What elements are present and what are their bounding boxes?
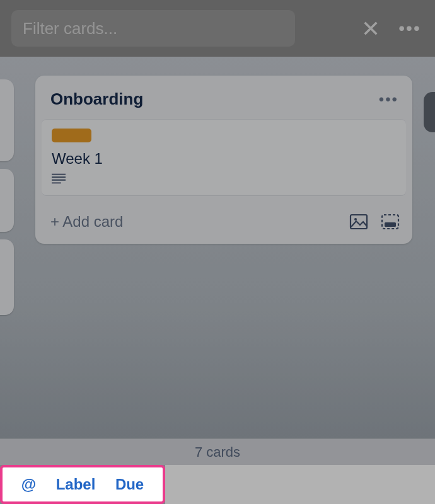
more-icon[interactable]: ••• <box>396 14 424 42</box>
card-count-status: 7 cards <box>0 438 435 465</box>
card-title: Week 1 <box>52 150 396 168</box>
svg-rect-4 <box>351 215 367 229</box>
description-icon <box>52 173 396 186</box>
prev-list-peek[interactable] <box>0 79 14 161</box>
filter-topbar: ••• <box>0 0 435 57</box>
svg-rect-7 <box>385 222 396 227</box>
list-header: Onboarding ••• <box>35 76 412 119</box>
list-more-icon[interactable]: ••• <box>379 91 398 108</box>
close-icon[interactable] <box>357 14 385 42</box>
mention-button[interactable]: @ <box>21 476 36 493</box>
due-button[interactable]: Due <box>115 476 144 493</box>
add-card-button[interactable]: + Add card <box>50 213 338 231</box>
prev-list-peek[interactable] <box>0 239 14 315</box>
prev-list-peek[interactable] <box>0 169 14 232</box>
template-icon[interactable] <box>380 212 401 231</box>
quick-actions-toolbar: @ Label Due <box>0 465 165 504</box>
svg-point-5 <box>354 218 357 220</box>
list-footer: + Add card <box>35 201 412 244</box>
label-button[interactable]: Label <box>56 476 96 493</box>
card-label-orange <box>52 129 91 142</box>
board-area: Onboarding ••• Week 1 + Add card <box>0 57 435 438</box>
list-title[interactable]: Onboarding <box>50 89 143 109</box>
filter-cards-input[interactable] <box>11 10 295 47</box>
bottom-toolbar-rest <box>165 465 435 504</box>
next-list-peek[interactable] <box>424 92 435 132</box>
image-icon[interactable] <box>348 212 369 231</box>
list-onboarding: Onboarding ••• Week 1 + Add card <box>35 76 412 244</box>
card-count-text: 7 cards <box>195 444 240 461</box>
card[interactable]: Week 1 <box>42 119 406 196</box>
